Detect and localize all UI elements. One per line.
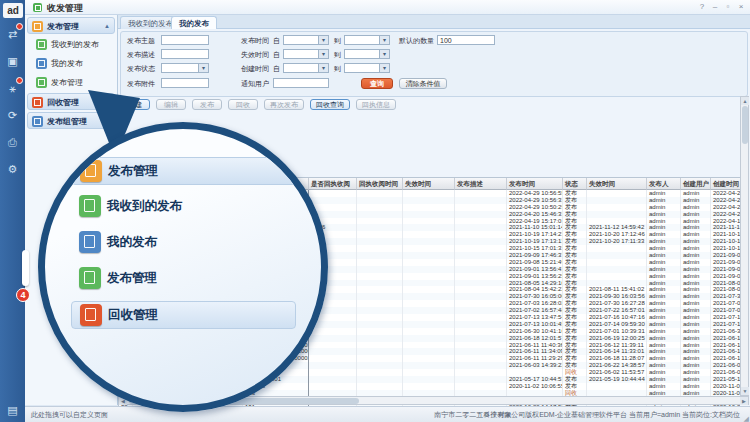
table-cell: 2022-04-29 bbox=[711, 204, 740, 211]
table-cell bbox=[455, 335, 507, 342]
column-header[interactable]: 发布描述 bbox=[455, 178, 507, 190]
table-cell: 2021-09-01 bbox=[711, 273, 740, 280]
table-cell bbox=[455, 328, 507, 335]
table-cell: admin bbox=[681, 224, 711, 231]
table-cell bbox=[357, 376, 403, 383]
table-cell: 2021-10-15 17:01:33 bbox=[507, 245, 563, 252]
table-cell bbox=[357, 280, 403, 287]
table-cell: 2021-07-03 16:28:02 bbox=[507, 300, 563, 307]
table-cell: 回收 bbox=[563, 369, 587, 376]
column-header[interactable]: 发布人 bbox=[647, 178, 681, 190]
maximize-button[interactable]: ▫ bbox=[722, 2, 734, 12]
table-cell bbox=[455, 245, 507, 252]
table-cell bbox=[587, 218, 647, 225]
table-cell bbox=[309, 369, 357, 376]
table-cell bbox=[357, 369, 403, 376]
table-cell: 2021-11-10 15:01:14 bbox=[507, 224, 563, 231]
table-cell: 2021-08-11 15:41:02 bbox=[587, 286, 647, 293]
subject-input[interactable] bbox=[161, 35, 209, 45]
table-cell: admin bbox=[681, 286, 711, 293]
column-header[interactable]: 发布时间 bbox=[507, 178, 563, 190]
column-header[interactable]: 状态 bbox=[563, 178, 587, 190]
table-cell: 发布 bbox=[563, 238, 587, 245]
default-count-input[interactable]: 100 bbox=[437, 35, 495, 45]
close-button[interactable]: × bbox=[735, 2, 747, 12]
table-cell: 2021-07-02 bbox=[711, 307, 740, 314]
table-cell: 2021-09-08 bbox=[711, 259, 740, 266]
column-header[interactable]: 创建用户 bbox=[681, 178, 711, 190]
table-cell: admin bbox=[681, 307, 711, 314]
desc-input[interactable] bbox=[161, 49, 209, 59]
table-cell: 发布 bbox=[563, 245, 587, 252]
status-select[interactable] bbox=[161, 63, 209, 73]
table-cell: 2021-07-13 bbox=[711, 321, 740, 328]
pubtime-from-select[interactable] bbox=[283, 35, 329, 45]
table-cell bbox=[357, 238, 403, 245]
scroll-up-icon[interactable]: ▲ bbox=[741, 97, 749, 105]
scroll-right-icon[interactable]: ▶ bbox=[740, 397, 748, 405]
table-cell: admin bbox=[681, 204, 711, 211]
createtime-to-select[interactable] bbox=[344, 63, 390, 73]
table-cell: admin bbox=[647, 231, 681, 238]
table-cell bbox=[403, 252, 455, 259]
callout-menu-item-4[interactable]: 回收管理 bbox=[71, 301, 296, 329]
table-cell bbox=[309, 348, 357, 355]
table-cell bbox=[357, 231, 403, 238]
table-cell: admin bbox=[647, 307, 681, 314]
query-button[interactable]: 查询 bbox=[361, 78, 393, 89]
callout-menu-item-1[interactable]: 我收到的发布 bbox=[71, 193, 296, 221]
help-button[interactable]: ? bbox=[696, 2, 708, 12]
table-cell bbox=[403, 328, 455, 335]
invalidtime-from-select[interactable] bbox=[283, 49, 329, 59]
table-cell: admin bbox=[681, 376, 711, 383]
column-header[interactable]: 失效时间 bbox=[403, 178, 455, 190]
column-header[interactable]: 创建时间 bbox=[711, 178, 740, 190]
table-cell: 2021-10-20 17:12:46 bbox=[587, 231, 647, 238]
table-cell: admin bbox=[647, 273, 681, 280]
pubtime-to-select[interactable] bbox=[344, 35, 390, 45]
invalidtime-to-select[interactable] bbox=[344, 49, 390, 59]
callout-menu-item-0[interactable]: 发布管理 bbox=[71, 157, 296, 185]
table-cell: 2021-06-11 bbox=[711, 342, 740, 349]
notify-user-input[interactable] bbox=[273, 78, 329, 88]
callout-item-label: 我收到的发布 bbox=[107, 198, 182, 215]
panel-handle[interactable] bbox=[22, 250, 29, 286]
table-cell bbox=[403, 362, 455, 369]
table-cell bbox=[357, 266, 403, 273]
table-cell: admin bbox=[681, 190, 711, 197]
table-cell: 2021-10-20 17:11:33 bbox=[587, 238, 647, 245]
table-cell bbox=[455, 211, 507, 218]
tab-my-publications[interactable]: 我的发布 bbox=[171, 16, 217, 29]
callout-menu-item-3[interactable]: 发布管理 bbox=[71, 265, 296, 293]
table-cell: 发布 bbox=[563, 197, 587, 204]
column-header[interactable]: 失效时间 bbox=[587, 178, 647, 190]
menu-item-icon bbox=[79, 231, 101, 253]
table-cell bbox=[357, 342, 403, 349]
minimize-button[interactable]: – bbox=[709, 2, 721, 12]
table-cell: 发布 bbox=[563, 307, 587, 314]
table-cell bbox=[357, 190, 403, 197]
attach-input[interactable] bbox=[161, 78, 209, 88]
table-cell: 发布 bbox=[563, 342, 587, 349]
callout-menu-item-2[interactable]: 我的发布 bbox=[71, 229, 296, 257]
table-cell: 2021-05-17 bbox=[711, 376, 740, 383]
table-cell: 2022-04-29 bbox=[711, 190, 740, 197]
column-header[interactable]: 是否回执收阅 bbox=[309, 178, 357, 190]
grid-icon[interactable]: ▤ bbox=[0, 400, 25, 420]
table-cell bbox=[455, 300, 507, 307]
scroll-down-icon[interactable]: ▼ bbox=[741, 387, 749, 395]
table-cell bbox=[587, 211, 647, 218]
clear-conditions-button[interactable]: 清除条件值 bbox=[399, 78, 447, 89]
table-cell: 发布 bbox=[563, 259, 587, 266]
table-cell: 2021-05-19 10:44:44 bbox=[587, 376, 647, 383]
table-cell: 发布 bbox=[563, 300, 587, 307]
table-cell: 2021-06-11 11:40:36 bbox=[507, 342, 563, 349]
table-cell: 发布 bbox=[563, 204, 587, 211]
vertical-scrollbar[interactable]: ▲ ▼ bbox=[740, 96, 749, 396]
vertical-scroll-thumb[interactable] bbox=[742, 106, 748, 144]
table-cell: 2021-09-01 13:56:43 bbox=[507, 266, 563, 273]
table-cell bbox=[357, 307, 403, 314]
column-header[interactable]: 回执收阅时间 bbox=[357, 178, 403, 190]
createtime-from-select[interactable] bbox=[283, 63, 329, 73]
table-cell bbox=[357, 293, 403, 300]
